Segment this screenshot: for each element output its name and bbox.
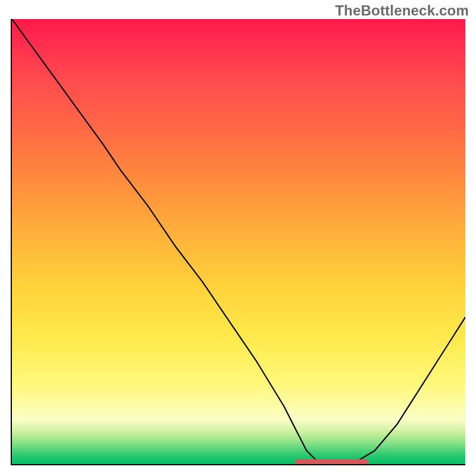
- bottleneck-curve-path: [12, 19, 465, 464]
- chart-svg: [12, 19, 465, 464]
- chart-container: TheBottleneck.com: [0, 0, 476, 476]
- plot-area: [11, 19, 465, 465]
- watermark-text: TheBottleneck.com: [335, 2, 469, 19]
